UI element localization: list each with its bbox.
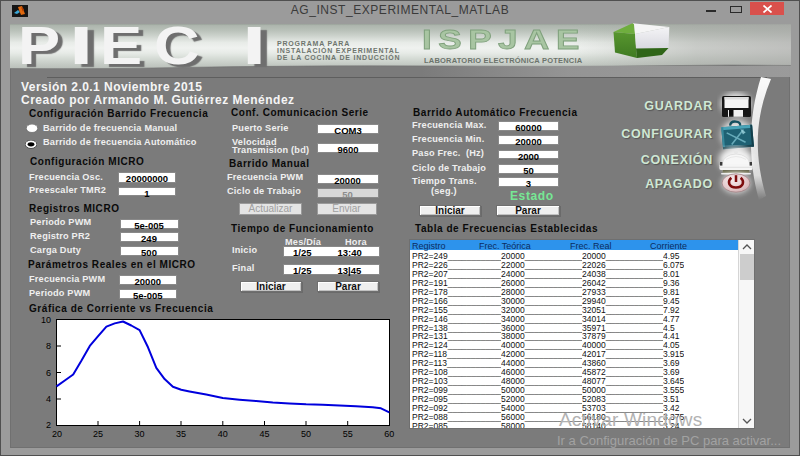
svg-text:20: 20 <box>52 429 62 439</box>
svg-text:50: 50 <box>301 429 311 439</box>
svg-text:55: 55 <box>343 429 353 439</box>
svg-text:25: 25 <box>93 429 103 439</box>
svg-text:60: 60 <box>384 429 394 439</box>
svg-text:6: 6 <box>46 368 51 378</box>
svg-text:10: 10 <box>41 315 51 325</box>
svg-text:4: 4 <box>46 394 51 404</box>
svg-text:35: 35 <box>176 429 186 439</box>
svg-text:40: 40 <box>218 429 228 439</box>
svg-text:8: 8 <box>46 341 51 351</box>
svg-text:30: 30 <box>135 429 145 439</box>
svg-text:2: 2 <box>46 420 51 430</box>
svg-text:45: 45 <box>259 429 269 439</box>
